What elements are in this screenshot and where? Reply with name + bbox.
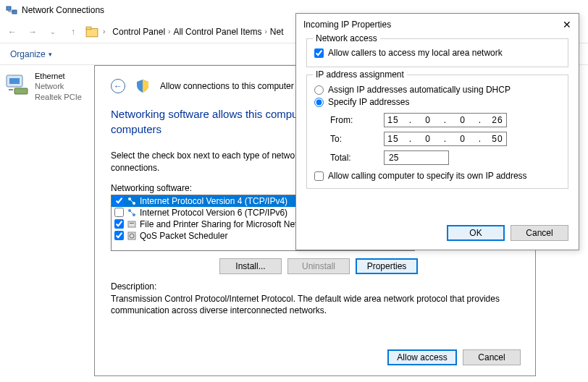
specify-radio[interactable] xyxy=(314,98,324,107)
protocol-icon xyxy=(127,196,137,206)
dialog-cancel-button[interactable]: Cancel xyxy=(511,225,568,241)
to-ip-input[interactable]: 15. 0. 0. 50 xyxy=(384,132,507,146)
breadcrumb: Control Panel › All Control Panel Items … xyxy=(112,27,283,37)
from-ip-input[interactable]: 15. 0. 0. 26 xyxy=(384,113,507,127)
svg-rect-3 xyxy=(86,27,91,29)
allow-callers-label: Allow callers to access my local area ne… xyxy=(328,48,503,58)
ip-assignment-group: IP address assignment Assign IP addresse… xyxy=(306,75,568,189)
allow-access-button[interactable]: Allow access xyxy=(387,349,457,365)
to-label: To: xyxy=(330,134,374,144)
adapter-item[interactable]: Ethernet Network Realtek PCIe xyxy=(4,71,90,102)
dropdown-history-icon[interactable]: ⌄ xyxy=(45,24,61,40)
breadcrumb-item[interactable]: Control Panel xyxy=(112,27,165,37)
breadcrumb-item[interactable]: All Control Panel Items xyxy=(173,27,261,37)
item-checkbox[interactable] xyxy=(114,208,124,217)
cancel-button[interactable]: Cancel xyxy=(463,349,521,365)
chevron-right-icon: › xyxy=(168,27,170,35)
svg-rect-0 xyxy=(7,7,11,10)
service-icon xyxy=(127,231,137,241)
adapter-name: Ethernet xyxy=(35,71,82,81)
chevron-right-icon: › xyxy=(264,27,266,35)
group-label: Network access xyxy=(313,33,380,43)
ok-button[interactable]: OK xyxy=(447,225,505,241)
group-label: IP address assignment xyxy=(313,69,407,80)
folder-icon xyxy=(85,25,98,38)
from-label: From: xyxy=(330,115,374,125)
dhcp-label: Assign IP addresses automatically using … xyxy=(328,85,511,95)
total-display: 25 xyxy=(384,150,449,165)
item-checkbox[interactable] xyxy=(114,196,124,205)
specify-label: Specify IP addresses xyxy=(328,97,410,107)
dialog-title: Incoming IP Properties xyxy=(303,20,391,30)
adapter-list: Ethernet Network Realtek PCIe xyxy=(0,65,94,382)
svg-rect-5 xyxy=(9,78,20,84)
network-access-group: Network access Allow callers to access m… xyxy=(306,38,568,67)
ethernet-adapter-icon xyxy=(4,71,30,97)
forward-arrow-icon[interactable]: → xyxy=(25,24,41,40)
up-arrow-icon[interactable]: ↑ xyxy=(65,24,81,40)
total-label: Total: xyxy=(330,153,374,163)
shield-icon xyxy=(135,79,150,93)
dialog-titlebar: Incoming IP Properties ✕ xyxy=(296,14,579,35)
protocol-icon xyxy=(127,208,137,218)
install-button[interactable]: Install... xyxy=(219,258,282,274)
chevron-down-icon: ▾ xyxy=(49,51,52,58)
close-icon[interactable]: ✕ xyxy=(563,19,571,30)
back-arrow-icon[interactable]: ← xyxy=(4,24,20,40)
breadcrumb-item[interactable]: Net xyxy=(270,27,284,37)
window-title: Network Connections xyxy=(22,5,104,15)
allow-callers-checkbox[interactable] xyxy=(314,48,324,58)
dhcp-radio[interactable] xyxy=(314,85,324,95)
item-checkbox[interactable] xyxy=(114,219,124,229)
wizard-back-button[interactable]: ← xyxy=(111,79,125,93)
allow-calling-specify-checkbox[interactable] xyxy=(314,171,324,181)
adapter-device: Realtek PCIe xyxy=(35,92,82,102)
properties-button[interactable]: Properties xyxy=(356,258,418,274)
service-icon xyxy=(127,219,137,229)
incoming-ip-properties-dialog: Incoming IP Properties ✕ Network access … xyxy=(295,13,579,250)
organize-menu[interactable]: Organize ▾ xyxy=(10,49,52,59)
item-checkbox[interactable] xyxy=(114,231,124,240)
svg-rect-12 xyxy=(130,223,134,224)
network-icon xyxy=(6,4,17,16)
chevron-right-icon[interactable]: › xyxy=(103,27,105,35)
description-text: Transmission Control Protocol/Internet P… xyxy=(111,293,502,318)
description-label: Description: xyxy=(111,281,519,292)
wizard-title: Allow connections to this computer xyxy=(160,81,294,91)
svg-rect-6 xyxy=(14,88,28,94)
uninstall-button: Uninstall xyxy=(287,258,350,274)
svg-rect-11 xyxy=(128,221,135,227)
adapter-status: Network xyxy=(35,81,82,91)
allow-calling-label: Allow calling computer to specify its ow… xyxy=(328,171,527,181)
